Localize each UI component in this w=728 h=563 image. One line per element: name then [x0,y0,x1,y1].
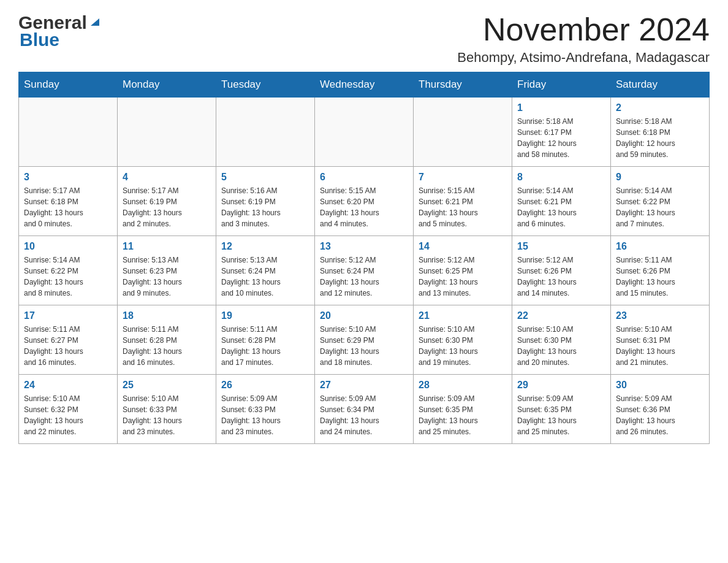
table-row: 8Sunrise: 5:14 AM Sunset: 6:21 PM Daylig… [512,167,611,236]
day-info: Sunrise: 5:14 AM Sunset: 6:21 PM Dayligh… [517,185,605,229]
title-area: November 2024 Behompy, Atsimo-Andrefana,… [457,12,710,66]
table-row: 24Sunrise: 5:10 AM Sunset: 6:32 PM Dayli… [19,375,118,444]
table-row: 27Sunrise: 5:09 AM Sunset: 6:34 PM Dayli… [315,375,414,444]
day-info: Sunrise: 5:09 AM Sunset: 6:36 PM Dayligh… [616,393,704,437]
day-info: Sunrise: 5:14 AM Sunset: 6:22 PM Dayligh… [24,255,112,299]
table-row [315,98,414,167]
table-row: 12Sunrise: 5:13 AM Sunset: 6:24 PM Dayli… [216,236,315,305]
logo-blue-text: Blue [20,29,59,50]
day-number: 7 [419,172,507,183]
day-info: Sunrise: 5:09 AM Sunset: 6:35 PM Dayligh… [419,393,507,437]
day-number: 13 [320,241,408,252]
svg-marker-0 [91,18,99,26]
table-row [118,98,216,167]
table-row: 9Sunrise: 5:14 AM Sunset: 6:22 PM Daylig… [611,167,710,236]
day-number: 15 [517,241,605,252]
day-number: 3 [24,172,112,183]
day-number: 26 [221,380,309,391]
day-info: Sunrise: 5:12 AM Sunset: 6:24 PM Dayligh… [320,255,408,299]
calendar-header-row: Sunday Monday Tuesday Wednesday Thursday… [19,72,710,98]
day-number: 1 [517,102,605,113]
day-info: Sunrise: 5:10 AM Sunset: 6:33 PM Dayligh… [123,393,211,437]
day-info: Sunrise: 5:10 AM Sunset: 6:31 PM Dayligh… [616,324,704,368]
col-tuesday: Tuesday [216,72,315,98]
col-wednesday: Wednesday [315,72,414,98]
day-info: Sunrise: 5:11 AM Sunset: 6:27 PM Dayligh… [24,324,112,368]
table-row: 28Sunrise: 5:09 AM Sunset: 6:35 PM Dayli… [414,375,512,444]
calendar-week-row: 24Sunrise: 5:10 AM Sunset: 6:32 PM Dayli… [19,375,710,444]
day-number: 17 [24,310,112,321]
table-row: 19Sunrise: 5:11 AM Sunset: 6:28 PM Dayli… [216,305,315,375]
table-row: 14Sunrise: 5:12 AM Sunset: 6:25 PM Dayli… [414,236,512,305]
day-info: Sunrise: 5:09 AM Sunset: 6:34 PM Dayligh… [320,393,408,437]
calendar-week-row: 10Sunrise: 5:14 AM Sunset: 6:22 PM Dayli… [19,236,710,305]
day-info: Sunrise: 5:09 AM Sunset: 6:33 PM Dayligh… [221,393,309,437]
table-row [216,98,315,167]
day-number: 2 [616,102,704,113]
day-number: 6 [320,172,408,183]
day-number: 4 [123,172,211,183]
table-row: 26Sunrise: 5:09 AM Sunset: 6:33 PM Dayli… [216,375,315,444]
logo-triangle-icon [88,15,102,28]
day-number: 12 [221,241,309,252]
day-number: 30 [616,380,704,391]
day-info: Sunrise: 5:18 AM Sunset: 6:18 PM Dayligh… [616,116,704,160]
table-row: 15Sunrise: 5:12 AM Sunset: 6:26 PM Dayli… [512,236,611,305]
table-row: 17Sunrise: 5:11 AM Sunset: 6:27 PM Dayli… [19,305,118,375]
table-row: 1Sunrise: 5:18 AM Sunset: 6:17 PM Daylig… [512,98,611,167]
table-row: 20Sunrise: 5:10 AM Sunset: 6:29 PM Dayli… [315,305,414,375]
day-info: Sunrise: 5:09 AM Sunset: 6:35 PM Dayligh… [517,393,605,437]
day-number: 27 [320,380,408,391]
table-row: 6Sunrise: 5:15 AM Sunset: 6:20 PM Daylig… [315,167,414,236]
day-number: 5 [221,172,309,183]
day-info: Sunrise: 5:14 AM Sunset: 6:22 PM Dayligh… [616,185,704,229]
table-row [414,98,512,167]
table-row: 29Sunrise: 5:09 AM Sunset: 6:35 PM Dayli… [512,375,611,444]
day-info: Sunrise: 5:17 AM Sunset: 6:18 PM Dayligh… [24,185,112,229]
day-number: 14 [419,241,507,252]
day-number: 22 [517,310,605,321]
logo: General Blue [18,12,102,50]
day-number: 16 [616,241,704,252]
day-number: 20 [320,310,408,321]
day-info: Sunrise: 5:10 AM Sunset: 6:30 PM Dayligh… [419,324,507,368]
table-row: 10Sunrise: 5:14 AM Sunset: 6:22 PM Dayli… [19,236,118,305]
month-title: November 2024 [457,12,710,47]
day-number: 18 [123,310,211,321]
table-row: 18Sunrise: 5:11 AM Sunset: 6:28 PM Dayli… [118,305,216,375]
day-number: 11 [123,241,211,252]
day-info: Sunrise: 5:10 AM Sunset: 6:29 PM Dayligh… [320,324,408,368]
day-number: 28 [419,380,507,391]
col-monday: Monday [118,72,216,98]
day-info: Sunrise: 5:15 AM Sunset: 6:20 PM Dayligh… [320,185,408,229]
col-thursday: Thursday [414,72,512,98]
col-friday: Friday [512,72,611,98]
col-saturday: Saturday [611,72,710,98]
day-info: Sunrise: 5:15 AM Sunset: 6:21 PM Dayligh… [419,185,507,229]
table-row: 16Sunrise: 5:11 AM Sunset: 6:26 PM Dayli… [611,236,710,305]
day-info: Sunrise: 5:12 AM Sunset: 6:25 PM Dayligh… [419,255,507,299]
day-number: 24 [24,380,112,391]
day-info: Sunrise: 5:10 AM Sunset: 6:32 PM Dayligh… [24,393,112,437]
day-info: Sunrise: 5:13 AM Sunset: 6:23 PM Dayligh… [123,255,211,299]
table-row [19,98,118,167]
day-number: 9 [616,172,704,183]
table-row: 2Sunrise: 5:18 AM Sunset: 6:18 PM Daylig… [611,98,710,167]
table-row: 30Sunrise: 5:09 AM Sunset: 6:36 PM Dayli… [611,375,710,444]
calendar-table: Sunday Monday Tuesday Wednesday Thursday… [18,72,710,444]
table-row: 7Sunrise: 5:15 AM Sunset: 6:21 PM Daylig… [414,167,512,236]
day-number: 8 [517,172,605,183]
day-number: 21 [419,310,507,321]
table-row: 3Sunrise: 5:17 AM Sunset: 6:18 PM Daylig… [19,167,118,236]
table-row: 5Sunrise: 5:16 AM Sunset: 6:19 PM Daylig… [216,167,315,236]
day-number: 10 [24,241,112,252]
calendar-week-row: 17Sunrise: 5:11 AM Sunset: 6:27 PM Dayli… [19,305,710,375]
page-header: General Blue November 2024 Behompy, Atsi… [18,12,710,66]
day-number: 25 [123,380,211,391]
location-text: Behompy, Atsimo-Andrefana, Madagascar [457,50,710,66]
table-row: 25Sunrise: 5:10 AM Sunset: 6:33 PM Dayli… [118,375,216,444]
day-number: 23 [616,310,704,321]
table-row: 13Sunrise: 5:12 AM Sunset: 6:24 PM Dayli… [315,236,414,305]
table-row: 4Sunrise: 5:17 AM Sunset: 6:19 PM Daylig… [118,167,216,236]
calendar-week-row: 1Sunrise: 5:18 AM Sunset: 6:17 PM Daylig… [19,98,710,167]
